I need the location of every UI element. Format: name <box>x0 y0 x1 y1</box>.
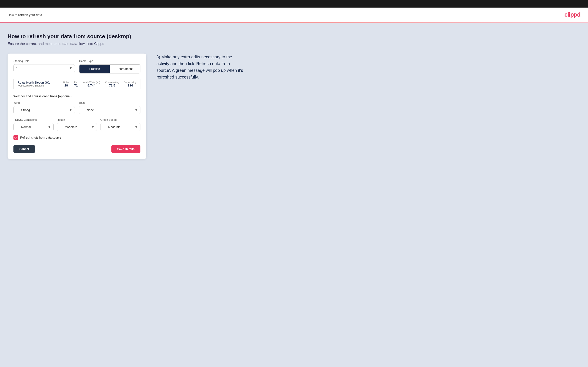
green-speed-wrapper: ⚡ Moderate Slow Fast ▼ <box>100 123 140 131</box>
refresh-checkbox-row: Refresh shots from data source <box>13 135 140 140</box>
checkmark-icon <box>14 136 17 139</box>
rain-field: Rain ☀️ None Light Heavy ▼ <box>79 101 140 114</box>
fairway-select[interactable]: Normal Wet Dry <box>13 123 54 131</box>
starting-hole-select[interactable]: 1 10 <box>13 64 75 72</box>
wind-rain-row: Wind 💨 Strong None Light Moderate ▼ Rain <box>13 101 140 114</box>
yards-label: Yards/White (M)) <box>83 81 100 83</box>
par-value: 72 <box>74 83 78 87</box>
content-area: Starting Hole 1 10 ▼ Game Type Practice … <box>8 54 580 159</box>
button-row: Cancel Save Details <box>13 145 140 153</box>
conditions-row: Fairway Conditions 🌿 Normal Wet Dry ▼ Ro… <box>13 118 140 131</box>
top-fields-row: Starting Hole 1 10 ▼ Game Type Practice … <box>13 59 140 74</box>
starting-hole-label: Starting Hole <box>13 59 75 63</box>
course-name: Royal North Devon GC, Westward Ho!, Engl… <box>17 81 58 87</box>
tournament-button[interactable]: Tournament <box>110 65 140 73</box>
slope-rating-label: Slope rating <box>124 81 137 83</box>
green-speed-field: Green Speed ⚡ Moderate Slow Fast ▼ <box>100 118 140 131</box>
holes-value: 18 <box>63 83 69 87</box>
side-note-text: 3) Make any extra edits necessary to the… <box>156 54 245 80</box>
page-title: How to refresh your data from source (de… <box>8 33 580 40</box>
game-type-label: Game Type <box>79 59 140 63</box>
rough-select[interactable]: Moderate Light Heavy <box>57 123 97 131</box>
rough-wrapper: 🌱 Moderate Light Heavy ▼ <box>57 123 97 131</box>
game-type-field: Game Type Practice Tournament <box>79 59 140 74</box>
holes-label: Holes <box>63 81 69 83</box>
main-content: How to refresh your data from source (de… <box>0 23 588 367</box>
game-type-group: Practice Tournament <box>79 64 140 74</box>
wind-field: Wind 💨 Strong None Light Moderate ▼ <box>13 101 75 114</box>
starting-hole-wrapper: 1 10 ▼ <box>13 64 75 72</box>
rain-label: Rain <box>79 101 140 104</box>
rain-select[interactable]: None Light Heavy <box>79 106 140 114</box>
header: How to refresh your data clippd <box>0 8 588 23</box>
refresh-checkbox[interactable] <box>13 135 18 140</box>
green-speed-label: Green Speed <box>100 118 140 121</box>
holes-stat: Holes 18 <box>63 81 69 87</box>
rough-label: Rough <box>57 118 97 121</box>
yards-stat: Yards/White (M)) 6,744 <box>83 81 100 87</box>
par-stat: Par 72 <box>74 81 78 87</box>
yards-value: 6,744 <box>83 83 100 87</box>
fairway-wrapper: 🌿 Normal Wet Dry ▼ <box>13 123 54 131</box>
course-info-row: Royal North Devon GC, Westward Ho!, Engl… <box>13 78 140 90</box>
wind-select[interactable]: Strong None Light Moderate <box>13 106 75 114</box>
course-rating-stat: Course rating 72.5 <box>105 81 119 87</box>
header-title: How to refresh your data <box>8 13 42 17</box>
slope-rating-stat: Slope rating 134 <box>124 81 137 87</box>
top-bar <box>0 0 588 8</box>
rough-field: Rough 🌱 Moderate Light Heavy ▼ <box>57 118 97 131</box>
starting-hole-field: Starting Hole 1 10 ▼ <box>13 59 75 74</box>
wind-label: Wind <box>13 101 75 104</box>
green-speed-select[interactable]: Moderate Slow Fast <box>100 123 140 131</box>
side-note: 3) Make any extra edits necessary to the… <box>156 54 245 80</box>
par-label: Par <box>74 81 78 83</box>
slope-rating-value: 134 <box>124 83 137 87</box>
course-name-main: Royal North Devon GC, <box>17 81 58 84</box>
practice-button[interactable]: Practice <box>79 65 110 73</box>
rain-wrapper: ☀️ None Light Heavy ▼ <box>79 106 140 114</box>
course-rating-label: Course rating <box>105 81 119 83</box>
page-subtitle: Ensure the correct and most up to date d… <box>8 42 580 46</box>
card: Starting Hole 1 10 ▼ Game Type Practice … <box>8 54 146 159</box>
course-rating-value: 72.5 <box>105 83 119 87</box>
refresh-label: Refresh shots from data source <box>20 136 61 139</box>
fairway-label: Fairway Conditions <box>13 118 54 121</box>
fairway-field: Fairway Conditions 🌿 Normal Wet Dry ▼ <box>13 118 54 131</box>
cancel-button[interactable]: Cancel <box>13 145 35 153</box>
logo: clippd <box>564 11 580 18</box>
wind-wrapper: 💨 Strong None Light Moderate ▼ <box>13 106 75 114</box>
save-button[interactable]: Save Details <box>112 145 141 153</box>
course-location: Westward Ho!, England <box>17 84 58 87</box>
weather-section-title: Weather and course conditions (optional) <box>13 94 140 98</box>
